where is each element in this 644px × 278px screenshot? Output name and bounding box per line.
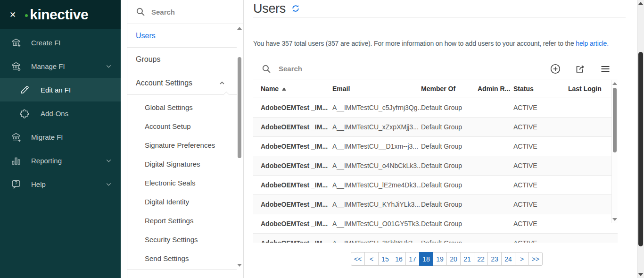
sidebar-item-add-ons[interactable]: Add-Ons [0,101,121,125]
page-button-23[interactable]: 23 [487,252,502,266]
nav-subitem-digital-signatures[interactable]: Digital Signatures [127,154,237,173]
panel-search-input[interactable] [151,8,217,16]
sidebar-item-migrate-fi[interactable]: Migrate FI [0,125,121,149]
cell-status: ACTIVE [513,123,568,131]
panel-scrollbar[interactable] [237,24,243,270]
scroll-down-icon[interactable] [612,218,617,221]
cell-name: AdobeOEMTest _IM... [261,201,332,208]
sidebar-item-edit-an-fi[interactable]: Edit an FI [0,78,121,101]
toolbar-actions [550,63,611,75]
cell-status: ACTIVE [513,143,568,150]
add-user-button[interactable] [550,63,561,75]
cell-status: ACTIVE [513,104,568,111]
menu-button[interactable] [600,63,611,75]
bar-chart-icon [10,155,22,166]
page-button-20[interactable]: 20 [446,252,461,266]
first-page-button[interactable]: << [351,252,365,266]
nav-subitem-account-setup[interactable]: Account Setup [127,117,237,135]
refresh-icon[interactable] [291,4,300,15]
chevron-down-icon [105,63,112,70]
column-header-admin-r[interactable]: Admin R... [478,85,513,93]
help-bubble-icon: ? [10,178,22,190]
export-button[interactable] [575,63,586,75]
table-scrollbar-thumb[interactable] [613,88,617,152]
table-row[interactable]: AdobeOEMTest _IM...A__IMMTestCU_c5Jyfrnj… [253,98,618,118]
nav-subitem-digital-identity[interactable]: Digital Identity [127,192,237,211]
table-row[interactable]: AdobeOEMTest _IM...A__IMMTestCU_3Kblt6Hk… [253,234,618,243]
sidebar-item-label: Create FI [31,39,61,47]
puzzle-icon [19,108,30,119]
prev-page-button[interactable]: < [364,252,379,266]
table-row[interactable]: AdobeOEMTest _IM...A__IMMTestCU_o4NbCkLk… [253,156,618,176]
table-row[interactable]: AdobeOEMTest _IM...A__IMMTestCU_O01GY5Tk… [253,214,618,234]
page-button-15[interactable]: 15 [378,252,392,266]
column-header-label: Email [332,85,350,93]
users-table: NameEmailMember OfAdmin R...StatusLast L… [253,79,618,243]
nav-item-groups[interactable]: Groups [127,48,237,71]
column-header-email[interactable]: Email [332,85,421,93]
column-header-last-login[interactable]: Last Login [568,85,618,93]
nav-subitem-send-settings[interactable]: Send Settings [127,249,237,268]
table-row[interactable]: AdobeOEMTest _IM...A__IMMTestCU_KYhJiYLk… [253,195,618,214]
page-button-17[interactable]: 17 [405,252,420,266]
page-button-19[interactable]: 19 [433,252,447,266]
table-row[interactable]: AdobeOEMTest _IM...A__IMMTestCU__D1xm--j… [253,137,618,156]
cell-member-of: Default Group [421,239,478,243]
cell-member-of: Default Group [421,181,478,189]
column-header-label: Name [261,85,279,93]
cell-status: ACTIVE [513,181,568,189]
scroll-up-icon[interactable] [638,2,643,5]
sidebar-item-reporting[interactable]: Reporting [0,149,121,172]
column-header-status[interactable]: Status [513,85,568,93]
page-button-21[interactable]: 21 [460,252,474,266]
column-header-member-of[interactable]: Member Of [421,85,478,93]
sidebar-item-create-fi[interactable]: Create FI [0,31,121,54]
svg-text:?: ? [15,180,17,186]
nav-item-users[interactable]: Users [127,24,237,48]
nav-subitem-electronic-seals[interactable]: Electronic Seals [127,173,237,192]
cell-email: A__IMMTestCU_O01GY5Tk3... [332,220,421,227]
last-page-button[interactable]: >> [528,252,543,266]
sidebar-item-label: Migrate FI [31,133,63,141]
nav-subitem-security-settings[interactable]: Security Settings [127,230,237,249]
page-button-16[interactable]: 16 [392,252,406,266]
sidebar-item-help[interactable]: ? Help [0,172,121,196]
scroll-up-icon[interactable] [612,82,617,85]
page-button-22[interactable]: 22 [474,252,488,266]
nav-subitem-signature-preferences[interactable]: Signature Preferences [127,135,237,154]
table-search-input[interactable] [279,65,382,73]
sort-ascending-icon [282,87,286,91]
nav-subitem-report-settings[interactable]: Report Settings [127,211,237,230]
nav-item-account-settings[interactable]: Account Settings [127,71,237,95]
sidebar-header: ✕ kinective [0,0,121,29]
cell-status: ACTIVE [513,162,568,169]
cell-name: AdobeOEMTest _IM... [261,123,332,131]
page-button-24[interactable]: 24 [501,252,515,266]
page-scrollbar[interactable] [637,0,644,278]
panel-scrollbar-thumb[interactable] [238,57,241,158]
scroll-down-icon[interactable] [237,264,242,267]
sidebar-item-label: Manage FI [31,62,65,70]
page-button-18[interactable]: 18 [419,252,433,266]
table-row[interactable]: AdobeOEMTest _IM...A__IMMTestCU_xZxpXMjj… [253,118,618,137]
bank-gear-icon [10,60,22,72]
table-scrollbar[interactable] [611,80,618,223]
table-row[interactable]: AdobeOEMTest _IM...A__IMMTestCU_lE2me4Dk… [253,176,618,195]
chevron-down-icon [105,181,112,188]
column-header-name[interactable]: Name [261,85,332,93]
logo-dot-icon [25,14,28,17]
page-scrollbar-thumb[interactable] [638,52,643,246]
help-article-link[interactable]: help article. [576,40,609,47]
users-page: Users You have 357 total users (357 are … [253,0,626,278]
nav-subitem-global-settings[interactable]: Global Settings [127,98,237,117]
app-sidebar: ✕ kinective Create FI Manage FI Edit an … [0,0,121,278]
close-icon[interactable]: ✕ [9,11,16,19]
pencil-icon [19,84,30,95]
scroll-up-icon[interactable] [237,27,242,30]
nav-item-label: Account Settings [136,79,192,87]
cell-name: AdobeOEMTest _IM... [261,162,332,169]
scroll-down-icon[interactable] [638,273,643,276]
sidebar-item-manage-fi[interactable]: Manage FI [0,54,121,78]
next-page-button[interactable]: > [515,252,529,266]
cell-member-of: Default Group [421,104,478,111]
